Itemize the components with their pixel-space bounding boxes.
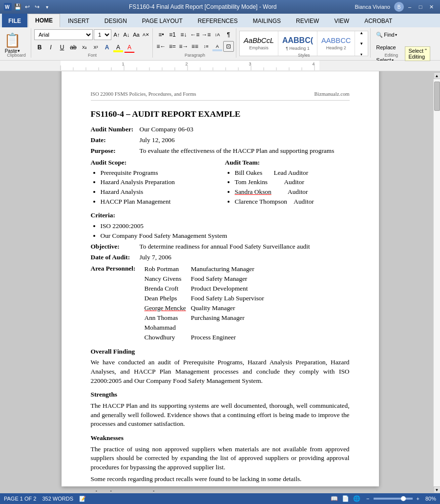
- svg-text:1: 1: [122, 62, 124, 66]
- style-emphasis-label: Emphasis: [249, 45, 269, 50]
- subscript-button[interactable]: X₂: [79, 42, 90, 53]
- increase-indent-button[interactable]: →≡: [201, 29, 211, 40]
- tab-references[interactable]: REFERENCES: [190, 14, 245, 27]
- multilevel-button[interactable]: ≡↓: [178, 29, 189, 40]
- ribbon-toolbar: 📋 Paste ▾ Clipboard Arial 12 A↑ A↓ Aa A✕: [0, 27, 440, 61]
- close-button[interactable]: ✕: [426, 3, 436, 11]
- undo-icon[interactable]: ↩: [23, 3, 31, 11]
- editing-group-label: Editing: [372, 53, 411, 58]
- borders-button[interactable]: ⊡: [223, 41, 234, 52]
- find-button[interactable]: 🔍 Find ▾: [374, 29, 399, 40]
- sort-button[interactable]: ↕A: [212, 29, 223, 40]
- tab-home[interactable]: HOME: [28, 14, 60, 27]
- minimize-button[interactable]: –: [405, 3, 415, 11]
- scroll-down-arrow[interactable]: ▼: [434, 486, 440, 491]
- web-layout-icon[interactable]: 🌐: [353, 495, 360, 502]
- font-name-select[interactable]: Arial: [34, 29, 93, 40]
- scroll-track[interactable]: [434, 79, 440, 486]
- tab-insert[interactable]: INSERT: [61, 14, 97, 27]
- zoom-out-button[interactable]: −: [366, 496, 369, 502]
- document-area: ▲ ▼ Select " Editing ISO 22000 FSMS Poli…: [0, 71, 440, 491]
- bold-button[interactable]: B: [34, 42, 45, 53]
- styles-down-button[interactable]: ▼: [356, 38, 367, 49]
- tab-review[interactable]: REVIEW: [289, 14, 326, 27]
- zoom-slider[interactable]: [374, 498, 413, 500]
- criteria-label: Criteria:: [91, 211, 140, 220]
- list-item: Tom Jenkins Auditor: [235, 178, 350, 187]
- highlight-button[interactable]: A: [113, 42, 124, 53]
- print-layout-icon[interactable]: 📄: [342, 495, 349, 502]
- bullets-button[interactable]: ≡•: [156, 29, 167, 40]
- line-spacing-button[interactable]: ↕≡: [201, 41, 211, 52]
- decrease-indent-button[interactable]: ←≡: [189, 29, 200, 40]
- paragraph-group-label: Paragraph: [154, 53, 236, 58]
- styles-up-button[interactable]: ▲: [356, 31, 367, 38]
- audit-number-value: Our Company 06-03: [140, 125, 350, 134]
- tab-mailings[interactable]: MAILINGS: [246, 14, 288, 27]
- replace-button[interactable]: Replace: [374, 42, 398, 53]
- list-item: Hazard Analysis Preparation: [101, 178, 215, 187]
- shading-button[interactable]: A: [212, 41, 223, 52]
- customize-icon[interactable]: ▾: [43, 3, 51, 11]
- underline-button[interactable]: U: [57, 42, 67, 53]
- window-title: FS1160-4 Final Audit Report [Compatibili…: [129, 3, 277, 10]
- style-heading2[interactable]: AABBCC Heading 2: [317, 31, 355, 56]
- purpose-row: Purpose: To evaluate the effectiveness o…: [91, 147, 350, 156]
- font-shrink-button[interactable]: A↓: [122, 29, 131, 40]
- align-center-button[interactable]: ≡=: [167, 41, 178, 52]
- zoom-in-button[interactable]: +: [417, 496, 419, 502]
- redo-icon[interactable]: ↪: [33, 3, 41, 11]
- audit-scope-label: Audit Scope:: [91, 158, 215, 168]
- area-personnel-names: Rob Portman Nancy Givens Brenda Croft De…: [145, 264, 186, 342]
- clear-format-button[interactable]: A✕: [142, 29, 150, 40]
- tab-acrobat[interactable]: ACROBAT: [357, 14, 399, 27]
- italic-button[interactable]: I: [45, 42, 56, 53]
- read-mode-icon[interactable]: 📖: [331, 495, 338, 502]
- tab-page-layout[interactable]: PAGE LAYOUT: [135, 14, 190, 27]
- proofing-icon[interactable]: 📝: [79, 496, 86, 502]
- tab-design[interactable]: DESIGN: [97, 14, 134, 27]
- font-color-button[interactable]: A: [124, 42, 135, 53]
- svg-text:W: W: [5, 4, 10, 10]
- editing-group: 🔍 Find ▾ Replace Select ▾ Editing: [372, 28, 411, 58]
- zoom-level[interactable]: 80%: [425, 496, 436, 502]
- word-count: 352 WORDS: [42, 496, 73, 502]
- align-right-button[interactable]: ≡→: [178, 41, 189, 52]
- scroll-thumb[interactable]: [434, 82, 440, 111]
- scope-team-section: Audit Scope: Prerequisite Programs Hazar…: [91, 158, 350, 208]
- paste-button[interactable]: 📋: [4, 34, 21, 47]
- scroll-up-arrow[interactable]: ▲: [434, 72, 440, 79]
- list-item: Clarence Thompson Auditor: [235, 197, 350, 207]
- ruler-inner: 1 2 3 4: [2, 61, 438, 71]
- title-bar-title: FS1160-4 Final Audit Report [Compatibili…: [51, 3, 355, 10]
- title-bar-left: W 💾 ↩ ↪ ▾: [4, 3, 51, 11]
- align-left-button[interactable]: ≡←: [156, 41, 167, 52]
- style-emphasis[interactable]: AaBbCcL Emphasis: [240, 31, 278, 56]
- document-page: ISO 22000 FSMS Policies, Procedures, and…: [62, 71, 379, 486]
- tab-file[interactable]: FILE: [2, 14, 27, 27]
- styles-group-label: Styles: [237, 53, 370, 58]
- justify-button[interactable]: ≡≡: [189, 41, 200, 52]
- paragraph-row2: ≡← ≡= ≡→ ≡≡ ↕≡ A ⊡: [156, 41, 234, 52]
- style-heading1[interactable]: AABBC( ¶ Heading 1: [278, 31, 317, 56]
- numbering-button[interactable]: ≡1: [167, 29, 178, 40]
- text-effect-button[interactable]: A: [102, 42, 112, 53]
- superscript-button[interactable]: X²: [90, 42, 101, 53]
- header-left: ISO 22000 FSMS Policies, Procedures, and…: [91, 91, 196, 98]
- user-name: Bianca Viviano: [355, 4, 390, 10]
- list-item: Sandra Okson Auditor: [235, 188, 350, 197]
- vertical-scrollbar[interactable]: ▲ ▼: [433, 72, 440, 491]
- font-grow-button[interactable]: A↑: [112, 29, 121, 40]
- save-icon[interactable]: 💾: [14, 3, 21, 11]
- page-header: ISO 22000 FSMS Policies, Procedures, and…: [91, 91, 350, 101]
- maximize-button[interactable]: □: [416, 3, 425, 11]
- strikethrough-button[interactable]: ab: [68, 42, 79, 53]
- change-case-button[interactable]: Aa: [132, 29, 141, 40]
- font-group-label: Font: [32, 53, 152, 58]
- font-size-select[interactable]: 12: [94, 29, 111, 40]
- show-marks-button[interactable]: ¶: [223, 29, 234, 40]
- audit-scope-list: Prerequisite Programs Hazard Analysis Pr…: [101, 168, 215, 207]
- find-dropdown-icon[interactable]: ▾: [395, 33, 397, 37]
- tab-view[interactable]: VIEW: [327, 14, 356, 27]
- format-buttons: B I U ab X₂ X² A A A: [34, 42, 150, 53]
